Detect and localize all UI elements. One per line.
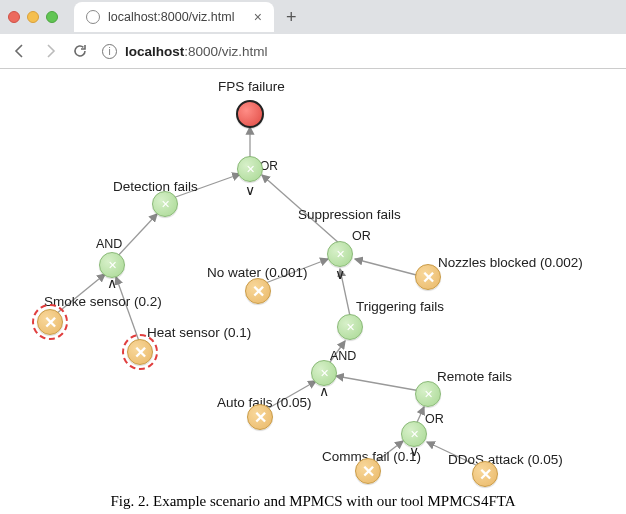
- leaf-smoke-label: Smoke sensor (0.2): [44, 294, 162, 309]
- gate-remote-node[interactable]: ✕: [415, 381, 441, 407]
- gate-sup-op: OR: [352, 229, 371, 243]
- gate-remote-or-node[interactable]: ✕: [401, 421, 427, 447]
- leaf-nowater-node[interactable]: ✕: [245, 278, 271, 304]
- minimize-window-button[interactable]: [27, 11, 39, 23]
- svg-line-11: [336, 376, 426, 392]
- address-bar[interactable]: i localhost:8000/viz.html: [102, 44, 268, 59]
- gate-trig-and-node[interactable]: ✕: [311, 360, 337, 386]
- forward-button[interactable]: [42, 43, 58, 59]
- gate-sup-node[interactable]: ✕: [327, 241, 353, 267]
- close-window-button[interactable]: [8, 11, 20, 23]
- svg-line-8: [355, 259, 424, 277]
- root-node[interactable]: [236, 100, 264, 128]
- gate-remote-label: Remote fails: [437, 369, 512, 384]
- toolbar: i localhost:8000/viz.html: [0, 34, 626, 68]
- gate-det-node[interactable]: ✕: [152, 191, 178, 217]
- back-button[interactable]: [12, 43, 28, 59]
- svg-line-5: [116, 277, 140, 344]
- leaf-auto-node[interactable]: ✕: [247, 404, 273, 430]
- gate-main-node[interactable]: ✕: [237, 156, 263, 182]
- maximize-window-button[interactable]: [46, 11, 58, 23]
- leaf-nozzle-label: Nozzles blocked (0.002): [438, 255, 583, 270]
- url-text: localhost:8000/viz.html: [125, 44, 268, 59]
- leaf-smoke-node[interactable]: ✕: [37, 309, 63, 335]
- window-controls: [8, 11, 58, 23]
- new-tab-button[interactable]: +: [280, 7, 303, 28]
- gate-sup-sym: ∨: [335, 266, 345, 282]
- browser-tab-active[interactable]: localhost:8000/viz.html ×: [74, 2, 274, 32]
- leaf-heat-node[interactable]: ✕: [127, 339, 153, 365]
- leaf-heat-label: Heat sensor (0.1): [147, 325, 251, 340]
- leaf-comms-node[interactable]: ✕: [355, 458, 381, 484]
- reload-button[interactable]: [72, 43, 88, 59]
- leaf-ddos-label: DDoS attack (0.05): [448, 452, 563, 467]
- browser-chrome: localhost:8000/viz.html × + i localhost:…: [0, 0, 626, 69]
- root-label: FPS failure: [218, 79, 285, 94]
- page-content: FPS failure ∨ OR ✕ Detection fails ✕ AND…: [0, 69, 626, 485]
- tree-edges: [0, 69, 626, 485]
- gate-trig-node[interactable]: ✕: [337, 314, 363, 340]
- site-info-icon[interactable]: i: [102, 44, 117, 59]
- gate-main-sym: ∨: [245, 182, 255, 198]
- leaf-nozzle-node[interactable]: ✕: [415, 264, 441, 290]
- tab-strip: localhost:8000/viz.html × +: [0, 0, 626, 34]
- tab-title: localhost:8000/viz.html: [108, 10, 234, 24]
- gate-trig-label: Triggering fails: [356, 299, 444, 314]
- gate-det-op: AND: [96, 237, 122, 251]
- gate-remote-op: OR: [425, 412, 444, 426]
- leaf-ddos-node[interactable]: ✕: [472, 461, 498, 487]
- globe-icon: [86, 10, 100, 24]
- gate-det-and-node[interactable]: ✕: [99, 252, 125, 278]
- close-tab-button[interactable]: ×: [254, 9, 262, 25]
- gate-sup-label: Suppression fails: [298, 207, 401, 222]
- figure-caption: Fig. 2. Example scenario and MPMCS with …: [0, 493, 626, 510]
